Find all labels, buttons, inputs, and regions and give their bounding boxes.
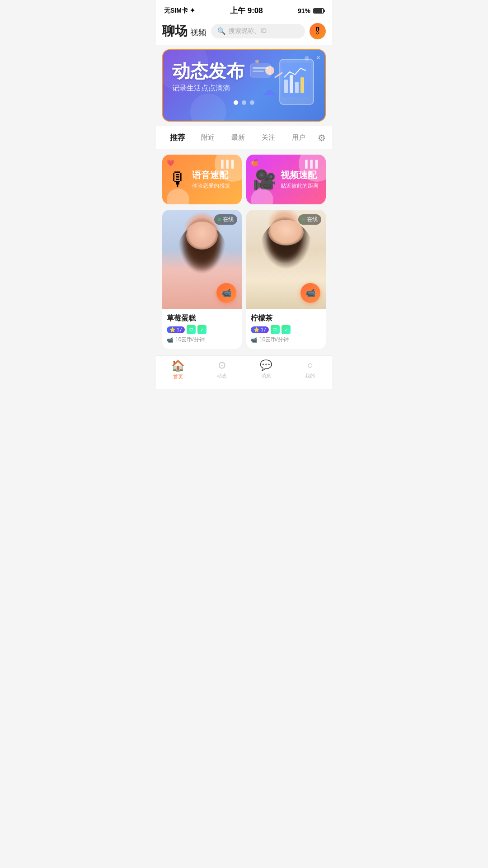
- user-badges-2: ⭐ 17 🛡 ✓: [251, 325, 321, 334]
- app-logo: 聊场: [162, 25, 188, 38]
- cert-badge-2: ✓: [282, 325, 291, 334]
- shield-badge-2: 🛡: [271, 325, 280, 334]
- search-placeholder: 搜索昵称、ID: [229, 27, 267, 35]
- status-signal: 无SIM卡 ✦: [164, 7, 195, 15]
- tab-users[interactable]: 用户: [284, 132, 314, 144]
- video-call-icon-1: 📹: [221, 288, 231, 298]
- messages-label: 消息: [261, 373, 271, 379]
- svg-rect-9: [253, 67, 268, 69]
- quick-match-section: ▌▌▌ 🎙 语音速配 体验恋爱的感觉 💗 ▌▌▌ 🎥 视频速配 贴近彼此的距离 …: [156, 149, 332, 210]
- star-badge-1: ⭐ 17: [167, 326, 185, 333]
- star-level-2: 17: [261, 327, 266, 332]
- user-cards-grid: 在线 📹 草莓蛋糕 ⭐ 17 🛡 ✓ 📹: [156, 210, 332, 355]
- camera-price-icon-1: 📹: [167, 337, 174, 343]
- medal-button[interactable]: 🎖: [310, 23, 326, 39]
- online-label-1: 在线: [223, 216, 234, 223]
- online-badge-1: 在线: [214, 214, 237, 225]
- online-dot-2: [302, 218, 305, 221]
- video-bars-icon: ▌▌▌: [305, 160, 320, 168]
- banner-dot-3[interactable]: [250, 100, 254, 105]
- status-time: 上午 9:08: [230, 5, 263, 16]
- medal-icon-symbol: 🎖: [313, 26, 322, 37]
- app-mode: 视频: [190, 27, 206, 38]
- promo-banner[interactable]: 动态发布 记录生活点点滴滴 ×: [162, 49, 326, 122]
- camera-price-icon-2: 📹: [251, 337, 258, 343]
- online-label-2: 在线: [307, 216, 318, 223]
- user-info-2: 柠檬茶 ⭐ 17 🛡 ✓ 📹 10云币/分钟: [246, 309, 326, 349]
- search-icon: 🔍: [217, 27, 226, 35]
- nav-dynamic[interactable]: ⊙ 动态: [200, 359, 244, 380]
- video-call-button-1[interactable]: 📹: [216, 283, 236, 303]
- banner-illustration: [248, 55, 320, 115]
- star-icon-1: ⭐: [169, 327, 176, 333]
- banner-dot-2[interactable]: [242, 100, 246, 105]
- video-call-button-2[interactable]: 📹: [300, 283, 320, 303]
- user-card-2[interactable]: 在线 📹 柠檬茶 ⭐ 17 🛡 ✓ 📹 1: [246, 210, 326, 349]
- video-call-icon-2: 📹: [305, 288, 315, 298]
- svg-rect-3: [290, 75, 293, 93]
- svg-rect-10: [253, 71, 264, 72]
- tab-latest[interactable]: 最新: [223, 132, 253, 144]
- tab-following[interactable]: 关注: [253, 132, 284, 144]
- dynamic-icon: ⊙: [218, 359, 226, 371]
- bottom-navigation: 🏠 首页 ⊙ 动态 💬 消息 ○ 我的: [156, 355, 332, 389]
- nav-messages[interactable]: 💬 消息: [244, 359, 288, 380]
- app-header: 聊场 视频 🔍 搜索昵称、ID 🎖: [156, 19, 332, 45]
- svg-rect-4: [295, 82, 299, 93]
- heart-decoration: 💗: [167, 159, 174, 166]
- user-badges-1: ⭐ 17 🛡 ✓: [167, 325, 237, 334]
- logo-area: 聊场 视频: [162, 25, 206, 38]
- search-bar[interactable]: 🔍 搜索昵称、ID: [211, 24, 305, 38]
- user-photo-1: 在线 📹: [162, 210, 242, 309]
- camera-icon: 🎥: [253, 169, 276, 191]
- content-tabs: 推荐 附近 最新 关注 用户 ⚙: [156, 126, 332, 149]
- shield-icon-2: 🛡: [273, 327, 277, 332]
- cert-icon-1: ✓: [200, 327, 204, 332]
- shield-icon-1: 🛡: [189, 327, 193, 332]
- cert-icon-2: ✓: [284, 327, 288, 332]
- tab-recommended[interactable]: 推荐: [162, 131, 192, 145]
- home-icon: 🏠: [171, 359, 185, 372]
- price-text-2: 10云币/分钟: [259, 336, 289, 344]
- user-info-1: 草莓蛋糕 ⭐ 17 🛡 ✓ 📹 10云币/分钟: [162, 309, 242, 349]
- nav-profile[interactable]: ○ 我的: [288, 359, 333, 380]
- banner-section: 动态发布 记录生活点点滴滴 ×: [156, 45, 332, 126]
- mic-icon: 🎙: [169, 169, 188, 190]
- user-name-2: 柠檬茶: [251, 314, 321, 323]
- status-battery-area: 91%: [298, 7, 324, 14]
- dynamic-label: 动态: [217, 373, 227, 379]
- star-icon-2: ⭐: [253, 327, 260, 333]
- messages-icon: 💬: [260, 359, 272, 371]
- online-badge-2: 在线: [298, 214, 321, 225]
- voice-match-card[interactable]: ▌▌▌ 🎙 语音速配 体验恋爱的感觉 💗: [162, 155, 242, 204]
- banner-dots: [172, 100, 316, 105]
- banner-close-button[interactable]: ×: [316, 54, 320, 62]
- nav-home[interactable]: 🏠 首页: [156, 359, 200, 380]
- svg-rect-5: [300, 77, 304, 93]
- battery-icon: [313, 8, 324, 14]
- price-text-1: 10云币/分钟: [175, 336, 205, 344]
- online-dot-1: [218, 218, 221, 221]
- video-match-subtitle: 贴近彼此的距离: [281, 182, 319, 190]
- home-label: 首页: [173, 373, 183, 380]
- banner-dot-1[interactable]: [234, 100, 238, 105]
- svg-point-11: [255, 60, 259, 63]
- star-badge-2: ⭐ 17: [251, 326, 269, 333]
- star-level-1: 17: [177, 327, 182, 332]
- user-card-1[interactable]: 在线 📹 草莓蛋糕 ⭐ 17 🛡 ✓ 📹: [162, 210, 242, 349]
- voice-match-subtitle: 体验恋爱的感觉: [192, 182, 230, 190]
- user-photo-2: 在线 📹: [246, 210, 326, 309]
- cert-badge-1: ✓: [197, 325, 206, 334]
- user-price-2: 📹 10云币/分钟: [251, 336, 321, 344]
- voice-bars-icon: ▌▌▌: [221, 160, 236, 168]
- profile-label: 我的: [305, 373, 315, 379]
- shield-badge-1: 🛡: [187, 325, 196, 334]
- tab-nearby[interactable]: 附近: [192, 132, 223, 144]
- battery-percent: 91%: [298, 7, 310, 14]
- user-name-1: 草莓蛋糕: [167, 314, 237, 323]
- svg-point-12: [305, 56, 309, 61]
- video-match-card[interactable]: ▌▌▌ 🎥 视频速配 贴近彼此的距离 🍊: [246, 155, 326, 204]
- status-bar: 无SIM卡 ✦ 上午 9:08 91%: [156, 0, 332, 19]
- filter-icon[interactable]: ⚙: [314, 132, 326, 143]
- user-price-1: 📹 10云币/分钟: [167, 336, 237, 344]
